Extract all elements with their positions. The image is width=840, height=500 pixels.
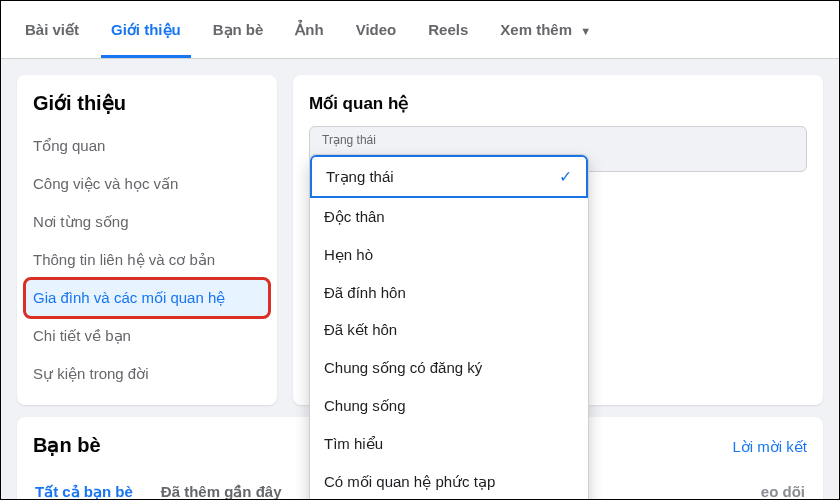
status-option-label: Tìm hiểu [324, 435, 383, 453]
tab-about[interactable]: Giới thiệu [95, 3, 197, 57]
status-option-complicated[interactable]: Có mối quan hệ phức tạp [310, 463, 588, 500]
friends-tab-recent[interactable]: Đã thêm gần đây [151, 471, 292, 500]
sidebar-item-family-relationships[interactable]: Gia đình và các mối quan hệ [25, 279, 269, 317]
tab-posts[interactable]: Bài viết [9, 3, 95, 57]
tab-more-label: Xem thêm [500, 21, 572, 38]
status-option-married[interactable]: Đã kết hôn [310, 311, 588, 349]
friends-tab-all[interactable]: Tất cả bạn bè [25, 471, 143, 500]
check-icon: ✓ [559, 167, 572, 186]
tab-friends[interactable]: Bạn bè [197, 3, 280, 57]
tab-video[interactable]: Video [340, 3, 413, 56]
about-sidebar-items: Tổng quan Công việc và học vấn Nơi từng … [17, 123, 277, 405]
sidebar-item-details-about-you[interactable]: Chi tiết về bạn [25, 317, 269, 355]
left-column: Giới thiệu Tổng quan Công việc và học vấ… [17, 75, 277, 405]
about-sidebar-card: Giới thiệu Tổng quan Công việc và học vấ… [17, 75, 277, 405]
status-option-single[interactable]: Độc thân [310, 198, 588, 236]
chevron-down-icon: ▼ [580, 25, 591, 37]
friend-requests-link[interactable]: Lời mời kết [732, 438, 807, 456]
friends-tab-following[interactable]: eo dõi [751, 471, 815, 500]
status-field: Trạng thái Trạng thái ✓ Độc thân Hẹn hò … [309, 126, 807, 172]
tab-more[interactable]: Xem thêm ▼ [484, 3, 607, 56]
status-option-label: Trạng thái [326, 168, 394, 186]
status-option-label: Hẹn hò [324, 246, 373, 264]
status-option-engaged[interactable]: Đã đính hôn [310, 274, 588, 311]
status-option-label: Chung sống có đăng ký [324, 359, 482, 377]
tab-photos[interactable]: Ảnh [279, 3, 339, 57]
status-option-label: Đã đính hôn [324, 284, 406, 301]
layout: Giới thiệu Tổng quan Công việc và học vấ… [1, 59, 839, 421]
status-option-label: Độc thân [324, 208, 385, 226]
profile-tabs-bar: Bài viết Giới thiệu Bạn bè Ảnh Video Ree… [1, 1, 839, 59]
status-dropdown: Trạng thái ✓ Độc thân Hẹn hò Đã đính hôn… [309, 154, 589, 500]
status-option-label: Chung sống [324, 397, 406, 415]
status-option-domestic-partnership[interactable]: Chung sống [310, 387, 588, 425]
sidebar-item-life-events[interactable]: Sự kiện trong đời [25, 355, 269, 393]
sidebar-item-places-lived[interactable]: Nơi từng sống [25, 203, 269, 241]
sidebar-item-work-education[interactable]: Công việc và học vấn [25, 165, 269, 203]
about-sidebar-title: Giới thiệu [17, 75, 277, 123]
tab-reels[interactable]: Reels [412, 3, 484, 56]
sidebar-item-contact-basic[interactable]: Thông tin liên hệ và cơ bản [25, 241, 269, 279]
status-option-label: Có mối quan hệ phức tạp [324, 473, 495, 491]
status-option-dating[interactable]: Hẹn hò [310, 236, 588, 274]
relationship-heading: Mối quan hệ [293, 75, 823, 126]
status-option-open-relationship[interactable]: Tìm hiểu [310, 425, 588, 463]
relationship-panel: Mối quan hệ Trạng thái Trạng thái ✓ Độc … [293, 75, 823, 405]
status-option-civil-union[interactable]: Chung sống có đăng ký [310, 349, 588, 387]
status-option-placeholder[interactable]: Trạng thái ✓ [310, 155, 588, 198]
friends-card-title: Bạn bè [33, 433, 101, 457]
sidebar-item-overview[interactable]: Tổng quan [25, 127, 269, 165]
status-option-label: Đã kết hôn [324, 321, 397, 339]
